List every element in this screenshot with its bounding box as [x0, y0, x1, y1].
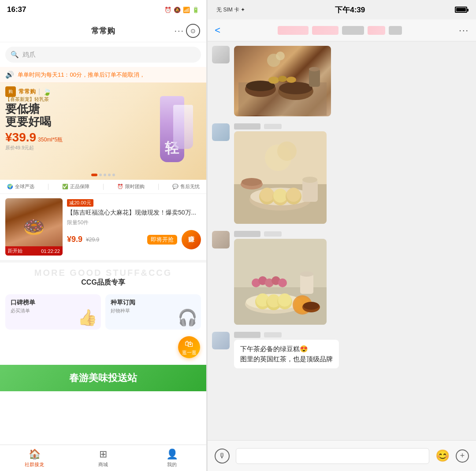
tab-shetuan-label: 社群接龙 [25, 461, 44, 468]
food-svg-3 [234, 239, 327, 325]
banner-price-area: ¥39.9 350ml*5瓶 [5, 130, 63, 145]
banner-original-price: 原价49.9元起 [5, 145, 63, 151]
svg-point-6 [278, 76, 287, 82]
bottom-banner[interactable]: 春游美味投送站 [0, 365, 206, 391]
trust-authentic-text: 正品保障 [70, 183, 89, 190]
svg-rect-24 [302, 180, 318, 202]
trust-bar: 🌍 全球严选 ✅ 正品保障 ⏰ 限时团购 💬 售后无忧 [0, 180, 206, 194]
right-header-name-area [226, 26, 454, 35]
earn-badge[interactable]: 赚 [182, 230, 201, 249]
left-status-bar: 16:37 ⏰ 🔕 📶 🔋 [0, 0, 206, 19]
svg-point-23 [277, 141, 297, 161]
svg-point-25 [302, 177, 317, 183]
trust-divider-1 [48, 184, 48, 190]
chat-msg-3-content [234, 231, 327, 325]
battery-icon-left: 🔋 [192, 7, 199, 13]
right-status-icons [455, 7, 467, 13]
contact-name-blurred-5 [389, 26, 402, 35]
search-input-placeholder: 鸡爪 [22, 51, 36, 59]
left-header: 常常购 ··· ⊙ [0, 19, 206, 42]
food-svg-2 [234, 131, 327, 224]
left-tab-bar: 🏠 社群接龙 ⊞ 商城 👤 我的 [0, 445, 206, 471]
category-card-subscribe[interactable]: 种草订阅 好物种草 🎧 [105, 294, 201, 330]
svg-point-5 [268, 77, 279, 84]
floating-btn-label: 逛一逛 [182, 349, 197, 356]
banner-content: 【喜茶新宠】轻乳茶 要低塘 更要好喝 ¥39.9 350ml*5瓶 原价49.9… [5, 96, 63, 151]
product-discount-tag: 减20.00元 [67, 199, 93, 207]
text-bubble-4: 下午茶必备的绿豆糕😍图里的英国红茶，也是顶级品牌 [234, 340, 339, 368]
msg-4-meta [234, 332, 339, 338]
food-svg-1 [238, 47, 327, 115]
trust-limited: ⏰ 限时团购 [117, 183, 145, 190]
avatar-1 [212, 46, 230, 63]
trust-limited-text: 限时团购 [125, 183, 145, 190]
left-header-dots[interactable]: ··· [174, 26, 184, 36]
product-limit: 限量50件 [67, 219, 196, 226]
svg-point-11 [276, 52, 285, 60]
product-card[interactable]: 🍩 距开始 01:22:22 减20.00元 【陈吉旺福流心大麻花】现做现发！爆… [0, 194, 206, 263]
notice-text: 单单时间为每天11：00分，推单后订单不能取消， [18, 71, 201, 79]
back-button[interactable]: < [215, 25, 220, 36]
contact-name-blurred-3 [342, 26, 364, 35]
banner-dots [91, 174, 115, 176]
category-subscribe-sub: 好物种草 [111, 308, 130, 314]
avatar-4 [212, 332, 230, 349]
category-ratings-icon-area: 👍 [78, 308, 97, 327]
category-subscribe-name: 种草订阅 [111, 299, 135, 307]
floating-shop-btn[interactable]: 🛍 逛一逛 [178, 336, 200, 358]
bottom-banner-text: 春游美味投送站 [69, 371, 137, 385]
banner-logo-divider: | [38, 88, 40, 96]
tab-shop[interactable]: ⊞ 商城 [69, 445, 138, 471]
section-header: MORE GOOD STUFF&CCG CCG品质专享 [0, 263, 206, 290]
plus-icon: + [460, 451, 465, 460]
right-status-time: 下午4:39 [335, 5, 365, 15]
category-ratings-sub: 必买清单 [11, 308, 30, 314]
product-price-current: ¥9.9 [67, 235, 82, 244]
banner-leaf-icon: 🍃 [43, 88, 52, 96]
avatar-3-placeholder [212, 231, 230, 248]
right-input-bar: 🎙 😊 + [208, 440, 476, 471]
avatar-4-placeholder [212, 332, 230, 349]
svg-rect-8 [309, 69, 320, 87]
voice-icon: 🎙 [219, 452, 226, 460]
svg-point-41 [303, 302, 319, 310]
sender-name-3 [234, 231, 260, 237]
coming-soon-badge: 即将开抢 [147, 235, 177, 245]
contact-name-blurred-2 [312, 26, 338, 35]
floating-area: 🛍 逛一逛 [0, 334, 206, 365]
thumbs-up-icon: 👍 [78, 308, 97, 326]
notice-bar: 🔊 单单时间为每天11：00分，推单后订单不能取消， [0, 67, 206, 83]
emoji-button[interactable]: 😊 [435, 449, 450, 463]
trust-divider-2 [103, 184, 104, 190]
right-more-button[interactable]: ··· [459, 25, 469, 35]
chat-msg-1 [212, 46, 472, 116]
send-time-3 [264, 231, 282, 237]
chat-msg-4-content: 下午茶必备的绿豆糕😍图里的英国红茶，也是顶级品牌 [234, 332, 339, 368]
svg-point-9 [309, 67, 320, 71]
chat-input[interactable] [236, 448, 429, 464]
avatar-2-placeholder [212, 123, 230, 141]
contact-name-blurred-1 [278, 26, 309, 35]
add-content-button[interactable]: + [456, 449, 469, 463]
chat-image-1 [234, 46, 331, 116]
right-status-bar: 无 SIM 卡 ✦ 下午4:39 [208, 0, 476, 19]
tab-my[interactable]: 👤 我的 [138, 445, 206, 471]
left-scroll: 🔍 鸡爪 🔊 单单时间为每天11：00分，推单后订单不能取消， 购 常常购 | … [0, 42, 206, 445]
send-time-4 [264, 332, 282, 337]
category-card-ratings[interactable]: 口碑榜单 必买清单 👍 [5, 294, 101, 330]
countdown-bar: 距开始 01:22:22 [5, 246, 63, 256]
dot-3 [104, 174, 106, 176]
banner[interactable]: 购 常常购 | 🍃 【喜茶新宠】轻乳茶 要低塘 更要好喝 ¥39.9 350ml… [0, 83, 206, 180]
tab-shetuan[interactable]: 🏠 社群接龙 [0, 445, 69, 471]
voice-button[interactable]: 🎙 [215, 449, 230, 464]
product-name: 【陈吉旺福流心大麻花】现做现发！爆卖50万... [67, 208, 196, 217]
search-bar[interactable]: 🔍 鸡爪 [5, 47, 201, 63]
dot-1 [91, 174, 97, 176]
service-icon: 💬 [172, 184, 178, 189]
search-icon: 🔍 [11, 51, 19, 59]
svg-rect-47 [300, 274, 313, 294]
countdown-time: 01:22:22 [41, 248, 60, 254]
avatar-2 [212, 123, 230, 141]
avatar-placeholder-1 [212, 46, 230, 63]
scan-button[interactable]: ⊙ [186, 24, 200, 38]
